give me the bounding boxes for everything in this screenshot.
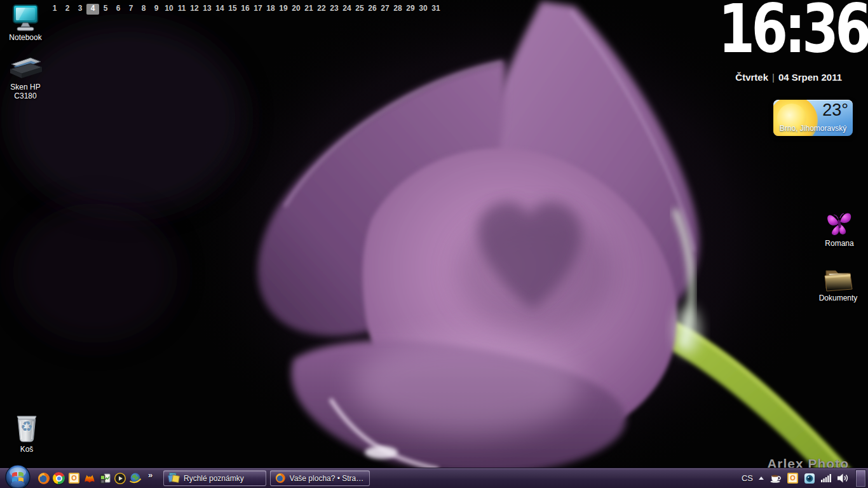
calendar-day: 12 [188, 4, 201, 15]
calendar-day: 25 [353, 4, 366, 15]
taskbar-button-firefox-page[interactable]: Vaše plocha? • Stran... [270, 470, 370, 486]
calendar-day: 27 [379, 4, 391, 15]
calendar-day: 20 [290, 4, 302, 15]
windows-orb-icon [5, 464, 31, 488]
chrome-icon[interactable] [52, 471, 65, 485]
calendar-day: 6 [112, 4, 125, 15]
calendar-day: 10 [163, 4, 175, 15]
quick-launch-bar: O [37, 471, 142, 485]
taskbar: O [0, 468, 868, 488]
phone-suite-icon[interactable] [98, 471, 111, 485]
start-button[interactable] [5, 464, 31, 488]
globe-icon[interactable] [128, 471, 142, 485]
desktop-icon-notebook[interactable]: Notebook [5, 4, 46, 42]
recycle-symbol: ♻ [13, 419, 41, 435]
calendar-gadget[interactable]: 1234567891011121314151617181920212223242… [48, 4, 442, 15]
calendar-day: 24 [341, 4, 353, 15]
calendar-day: 7 [125, 4, 137, 15]
calendar-day: 1 [48, 4, 61, 15]
calendar-day: 4 [86, 4, 99, 15]
icon-label: Notebook [9, 33, 41, 42]
calendar-day: 17 [252, 4, 264, 15]
clock-separator: | [768, 72, 778, 83]
system-tray: CS O [742, 468, 868, 488]
icon-label: Romana [825, 239, 853, 248]
outlook-icon[interactable]: O [67, 471, 81, 485]
desktop: 1234567891011121314151617181920212223242… [0, 0, 868, 488]
calendar-day: 2 [61, 4, 74, 15]
coffee-cup-icon[interactable] [770, 473, 782, 483]
calendar-day: 14 [214, 4, 226, 15]
task-buttons: Rychlé poznámky Vaše plocha? • Stran... [163, 470, 370, 486]
calendar-day: 18 [264, 4, 277, 15]
clock-gadget[interactable]: 16:36 Čtvrtek|04 Srpen 2011 [703, 0, 868, 89]
taskbar-button-label: Vaše plocha? • Stran... [290, 474, 365, 483]
calendar-day: 15 [226, 4, 239, 15]
scanner-label-line2: C3180 [14, 92, 36, 100]
butterfly-icon [825, 210, 854, 238]
scanner-label-line1: Sken HP [10, 83, 40, 92]
language-indicator[interactable]: CS [742, 473, 753, 483]
clock-date-text: 04 Srpen 2011 [778, 72, 842, 83]
calendar-day: 3 [74, 4, 86, 15]
outlook-letter: O [71, 475, 77, 482]
signal-bars-icon[interactable] [821, 474, 832, 482]
calendar-day: 26 [366, 4, 379, 15]
scanner-icon [9, 56, 42, 81]
calendar-day: 8 [137, 4, 150, 15]
calendar-day: 9 [150, 4, 163, 15]
calendar-day: 16 [239, 4, 252, 15]
calendar-day: 13 [201, 4, 214, 15]
media-player-icon[interactable] [113, 471, 126, 485]
clock-weekday: Čtvrtek [735, 72, 768, 83]
sticky-notes-icon [168, 473, 180, 484]
calendar-day: 19 [277, 4, 290, 15]
calendar-day: 22 [315, 4, 328, 15]
hidden-icons-arrow[interactable] [759, 477, 764, 480]
calendar-day: 29 [404, 4, 417, 15]
miranda-flame-icon[interactable] [83, 471, 96, 485]
calendar-day: 5 [99, 4, 112, 15]
outlook-tray-icon[interactable]: O [787, 473, 798, 484]
calendar-day: 28 [391, 4, 404, 15]
weather-temperature: 23° [822, 100, 848, 120]
webcam-icon[interactable] [804, 473, 815, 484]
taskbar-button-rychle-poznamky[interactable]: Rychlé poznámky [163, 470, 266, 486]
firefox-icon [275, 473, 286, 484]
calendar-day: 30 [417, 4, 430, 15]
firefox-icon[interactable] [37, 471, 50, 485]
calendar-day: 23 [328, 4, 341, 15]
desktop-icon-romana[interactable]: Romana [819, 210, 860, 248]
calendar-day: 31 [430, 4, 442, 15]
desktop-icon-dokumenty[interactable]: Dokumenty [818, 267, 858, 302]
weather-location: Brno, Jihomoravský [773, 124, 853, 133]
weather-gadget[interactable]: 23° Brno, Jihomoravský [773, 100, 853, 136]
calendar-day: 21 [302, 4, 315, 15]
icon-label: Dokumenty [819, 294, 858, 302]
show-desktop-button[interactable] [855, 470, 866, 487]
calendar-day: 11 [175, 4, 188, 15]
clock-time: 16:36 [718, 0, 868, 61]
monitor-icon [10, 4, 41, 32]
volume-icon[interactable] [837, 473, 850, 483]
icon-label: Sken HPC3180 [10, 83, 40, 100]
icon-label: Koš [20, 445, 34, 454]
taskbar-button-label: Rychlé poznámky [184, 474, 244, 483]
clock-date: Čtvrtek|04 Srpen 2011 [735, 72, 842, 83]
desktop-icon-scanner[interactable]: Sken HPC3180 [5, 56, 46, 100]
desktop-icon-recycle-bin[interactable]: ♻ Koš [6, 413, 47, 454]
outlook-letter: O [790, 475, 796, 482]
folder-icon [823, 267, 853, 292]
quick-launch-overflow-chevron[interactable]: » [148, 470, 153, 480]
